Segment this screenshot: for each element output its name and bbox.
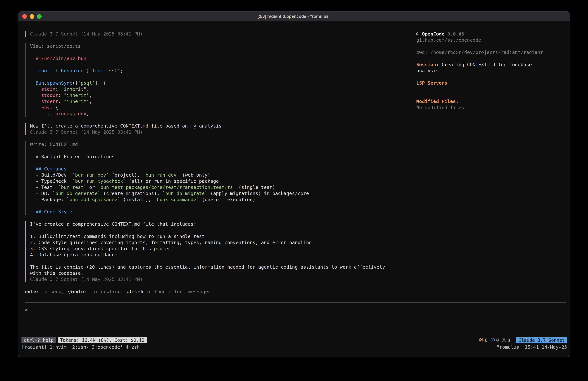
terminal-line — [30, 202, 399, 209]
terminal-window: [2/3] radiant:3:opencode - "romulus" Cla… — [18, 12, 570, 357]
assistant-message-block: Now I'll create a comprehensive CONTEXT.… — [25, 123, 399, 135]
diagnostic-count: 0 — [496, 338, 499, 343]
help-line: enter to send, \+enter for newline, ctrl… — [25, 289, 399, 295]
terminal-line — [30, 74, 399, 80]
tmux-session-clock: "romulus" 15:41 14-May-25 — [497, 344, 567, 350]
terminal-line — [30, 62, 399, 68]
terminal-line: import { Resource } from "sst"; — [30, 68, 399, 74]
terminal-line: Claude 3.7 Sonnet (14 May 2025 03:41 PM) — [30, 276, 399, 282]
terminal-line: - Package: `bun add <package>` (install)… — [30, 197, 399, 202]
terminal-line: Modified Files: — [416, 98, 547, 104]
terminal-line: The file is concise (20 lines) and captu… — [30, 264, 399, 270]
window-title: [2/3] radiant:3:opencode - "romulus" — [257, 14, 331, 19]
minimize-button[interactable] — [30, 14, 34, 19]
terminal-line: 4. Database operations guidance — [30, 252, 399, 258]
message-blocks: Claude 3.7 Sonnet (14 May 2025 03:41 PM)… — [25, 31, 399, 282]
diagnostic-hint-count: ⓗ0 — [502, 337, 510, 343]
terminal-line: - DB: `bun db generate` (create migratio… — [30, 190, 399, 197]
terminal-line — [416, 74, 547, 80]
terminal-line: © OpenCode 0.0.45 — [416, 31, 547, 37]
terminal-line: stderr: "inherit", — [30, 98, 399, 104]
info-icon: ⓘ — [491, 337, 495, 343]
terminal-line: enter to send, \+enter for newline, ctrl… — [25, 289, 399, 295]
diagnostics-cluster: Ⓦ0ⓘ0ⓗ0 — [479, 337, 510, 343]
terminal-line: ## Code Style — [30, 209, 399, 215]
warning-icon: Ⓦ — [479, 337, 483, 343]
terminal-line — [416, 92, 547, 98]
help-badge[interactable]: ctrl+? help — [21, 337, 56, 343]
terminal-line: # Radiant Project Guidelines — [30, 154, 399, 160]
window-titlebar: [2/3] radiant:3:opencode - "romulus" — [18, 12, 570, 21]
terminal-line — [30, 147, 399, 154]
terminal-line — [30, 160, 399, 166]
tmux-status-line: [radiant] 1:nvim 2:zsh- 3:opencode* 4:zs… — [21, 344, 567, 350]
diagnostic-warning-count: Ⓦ0 — [479, 337, 488, 343]
terminal-line: No modified files — [416, 104, 547, 111]
terminal-line: View: script/db.ts — [30, 43, 399, 49]
diagnostic-count: 0 — [485, 338, 488, 343]
terminal-line: - Build/Dev: `bun run dev` (project), `b… — [30, 172, 399, 178]
terminal-line: ## Commands — [30, 166, 399, 172]
terminal-line: LSP Servers — [416, 80, 547, 86]
prompt-input[interactable]: > — [25, 307, 28, 313]
input-separator — [25, 302, 566, 303]
terminal-line: I've created a comprehensive CONTEXT.md … — [30, 221, 399, 227]
terminal-line: Claude 3.7 Sonnet (14 May 2025 03:41 PM) — [30, 129, 399, 135]
terminal-line — [30, 49, 399, 55]
close-button[interactable] — [22, 14, 27, 19]
terminal-line: stdout: "inherit", — [30, 92, 399, 98]
terminal-line: env: { — [30, 104, 399, 111]
terminal-line — [30, 227, 399, 233]
tmux-window-list[interactable]: [radiant] 1:nvim 2:zsh- 3:opencode* 4:zs… — [21, 344, 140, 350]
terminal-line: - Test: `bun test` or `bun test packages… — [30, 184, 399, 190]
terminal-content: Claude 3.7 Sonnet (14 May 2025 03:41 PM)… — [18, 22, 570, 357]
zoom-button[interactable] — [37, 14, 42, 19]
terminal-line: cwd: /home/thdxr/dev/projects/radiant/ra… — [416, 49, 547, 55]
terminal-line — [416, 43, 547, 49]
terminal-line: Write: CONTEXT.md — [30, 141, 399, 147]
terminal-line — [416, 86, 547, 92]
hint-icon: ⓗ — [502, 337, 506, 343]
terminal-line: github.com/sst/opencode — [416, 37, 547, 43]
terminal-line: Session: Creating CONTEXT.md for codebas… — [416, 62, 547, 74]
tool-call-block: View: script/db.ts #!/usr/bin/env bun im… — [25, 43, 399, 117]
prompt-symbol: > — [25, 307, 28, 312]
sidebar: © OpenCode 0.0.45github.com/sst/opencode… — [416, 31, 547, 111]
terminal-line: 1. Build/lint/test commands including ho… — [30, 233, 399, 239]
traffic-lights — [22, 12, 42, 21]
terminal-line: 3. CSS styling conventions specific to t… — [30, 246, 399, 252]
assistant-message-block: Claude 3.7 Sonnet (14 May 2025 03:41 PM) — [25, 31, 399, 37]
terminal-line: with this codebase. — [30, 270, 399, 276]
model-badge[interactable]: Claude 3.7 Sonnet — [516, 337, 567, 343]
terminal-line — [416, 55, 547, 62]
terminal-line: Now I'll create a comprehensive CONTEXT.… — [30, 123, 399, 129]
chat-transcript: Claude 3.7 Sonnet (14 May 2025 03:41 PM)… — [25, 31, 399, 295]
status-bar: ctrl+? help Tokens: 16.4K (8%), Cost: $0… — [21, 337, 567, 343]
terminal-line: stdin: "inherit", — [30, 86, 399, 92]
diagnostic-count: 0 — [507, 338, 510, 343]
terminal-line: - TypeCheck: `bun run typecheck` (all) o… — [30, 178, 399, 184]
terminal-line: Claude 3.7 Sonnet (14 May 2025 03:41 PM) — [30, 31, 399, 37]
terminal-line: 2. Code style guidelines covering import… — [30, 239, 399, 246]
terminal-line: #!/usr/bin/env bun — [30, 55, 399, 62]
terminal-line — [30, 258, 399, 264]
tool-call-block: Write: CONTEXT.md # Radiant Project Guid… — [25, 141, 399, 215]
tokens-cost-badge: Tokens: 16.4K (8%), Cost: $0.12 — [58, 337, 147, 343]
terminal-line: ...process.env, — [30, 111, 399, 117]
terminal-line: Bun.spawnSync([`psql`], { — [30, 80, 399, 86]
diagnostic-info-count: ⓘ0 — [491, 337, 499, 343]
assistant-message-block: I've created a comprehensive CONTEXT.md … — [25, 221, 399, 282]
